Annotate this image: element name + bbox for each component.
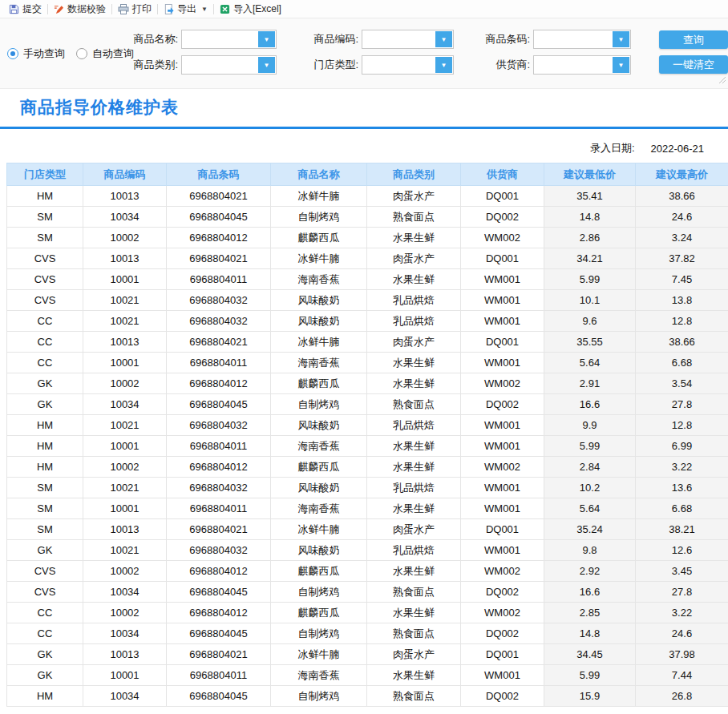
table-cell[interactable]: 14.8 (544, 623, 636, 644)
table-row[interactable]: HM100016968804011海南香蕉水果生鲜WM0015.996.99 (7, 436, 728, 457)
manual-query-label[interactable]: 手动查询 (23, 46, 65, 61)
table-row[interactable]: HM100346968804045自制烤鸡熟食面点DQ00215.926.8 (7, 686, 728, 707)
table-cell[interactable]: 35.41 (544, 186, 636, 207)
table-cell[interactable]: 9.8 (544, 540, 636, 561)
table-row[interactable]: CC100136968804021冰鲜牛腩肉蛋水产DQ00135.5538.66 (7, 332, 728, 353)
table-cell[interactable]: 3.24 (636, 228, 728, 248)
export-button[interactable]: 导出 ▼ (158, 2, 213, 16)
product-name-select[interactable]: ▼ (181, 30, 277, 49)
table-row[interactable]: CC100026968804012麒麟西瓜水果生鲜WM0022.853.22 (7, 603, 728, 623)
table-cell[interactable]: 2.92 (544, 561, 636, 582)
chevron-down-icon[interactable]: ▼ (258, 57, 275, 73)
table-cell[interactable]: 3.54 (636, 373, 728, 394)
chevron-down-icon[interactable]: ▼ (613, 31, 629, 47)
table-row[interactable]: SM100136968804021冰鲜牛腩肉蛋水产DQ00135.2438.21 (7, 519, 728, 540)
chevron-down-icon[interactable]: ▼ (435, 31, 452, 47)
table-cell[interactable]: 35.24 (544, 519, 636, 540)
table-cell[interactable]: 12.8 (636, 311, 728, 332)
submit-button[interactable]: 提交 (3, 2, 47, 16)
table-cell[interactable]: 37.98 (636, 644, 728, 665)
table-cell[interactable]: 34.21 (544, 248, 636, 269)
table-cell[interactable]: 5.64 (544, 353, 636, 373)
table-cell[interactable]: 3.22 (636, 457, 728, 478)
table-cell[interactable]: 5.64 (544, 498, 636, 519)
table-cell[interactable]: 2.91 (544, 373, 636, 394)
table-row[interactable]: SM100016968804011海南香蕉水果生鲜WM0015.646.68 (7, 498, 728, 519)
supplier-select[interactable]: ▼ (533, 55, 631, 75)
table-row[interactable]: CVS100016968804011海南香蕉水果生鲜WM0015.997.45 (7, 269, 728, 290)
table-row[interactable]: CVS100346968804045自制烤鸡熟食面点DQ00216.627.8 (7, 582, 728, 603)
table-row[interactable]: HM100026968804012麒麟西瓜水果生鲜WM0022.843.22 (7, 457, 728, 478)
table-cell[interactable]: 38.66 (636, 332, 728, 353)
print-button[interactable]: 打印 (112, 2, 157, 16)
chevron-down-icon[interactable]: ▼ (258, 31, 275, 47)
table-cell[interactable]: 35.55 (544, 332, 636, 353)
table-cell[interactable]: 2.84 (544, 457, 636, 478)
table-cell[interactable]: 5.99 (544, 269, 636, 290)
table-cell[interactable]: 16.6 (544, 394, 636, 415)
table-cell[interactable]: 15.9 (544, 686, 636, 707)
product-category-input[interactable] (182, 56, 257, 74)
table-cell[interactable]: 7.44 (636, 665, 728, 686)
import-excel-button[interactable]: 导入[Excel] (214, 2, 287, 16)
product-barcode-select[interactable]: ▼ (533, 30, 631, 49)
chevron-down-icon[interactable]: ▼ (613, 57, 629, 73)
store-type-input[interactable] (362, 56, 435, 74)
data-validate-button[interactable]: 数据校验 (48, 2, 111, 16)
table-row[interactable]: HM100216968804032风味酸奶乳品烘焙WM0019.912.8 (7, 415, 728, 436)
table-cell[interactable]: 2.85 (544, 603, 636, 623)
table-row[interactable]: GK100026968804012麒麟西瓜水果生鲜WM0022.913.54 (7, 373, 728, 394)
product-code-select[interactable]: ▼ (362, 30, 454, 49)
table-cell[interactable]: 27.8 (636, 394, 728, 415)
table-cell[interactable]: 24.6 (636, 623, 728, 644)
table-row[interactable]: SM100026968804012麒麟西瓜水果生鲜WM0022.863.24 (7, 228, 728, 248)
table-row[interactable]: GK100346968804045自制烤鸡熟食面点DQ00216.627.8 (7, 394, 728, 415)
table-cell[interactable]: 14.8 (544, 207, 636, 228)
table-row[interactable]: SM100346968804045自制烤鸡熟食面点DQ00214.824.6 (7, 207, 728, 228)
table-cell[interactable]: 12.8 (636, 415, 728, 436)
table-row[interactable]: CVS100026968804012麒麟西瓜水果生鲜WM0022.923.45 (7, 561, 728, 582)
table-cell[interactable]: 6.68 (636, 353, 728, 373)
table-cell[interactable]: 24.6 (636, 207, 728, 228)
table-cell[interactable]: 38.21 (636, 519, 728, 540)
table-cell[interactable]: 7.45 (636, 269, 728, 290)
product-category-select[interactable]: ▼ (181, 55, 277, 75)
table-row[interactable]: CC100016968804011海南香蕉水果生鲜WM0015.646.68 (7, 353, 728, 373)
table-cell[interactable]: 5.99 (544, 436, 636, 457)
table-cell[interactable]: 37.82 (636, 248, 728, 269)
table-row[interactable]: GK100136968804021冰鲜牛腩肉蛋水产DQ00134.4537.98 (7, 644, 728, 665)
table-cell[interactable]: 5.99 (544, 665, 636, 686)
manual-query-radio[interactable] (7, 48, 18, 59)
table-row[interactable]: SM100216968804032风味酸奶乳品烘焙WM00110.213.6 (7, 478, 728, 498)
product-barcode-input[interactable] (534, 30, 612, 48)
table-cell[interactable]: 27.8 (636, 582, 728, 603)
table-row[interactable]: GK100216968804032风味酸奶乳品烘焙WM0019.812.6 (7, 540, 728, 561)
table-cell[interactable]: 10.2 (544, 478, 636, 498)
table-cell[interactable]: 26.8 (636, 686, 728, 707)
table-cell[interactable]: 12.6 (636, 540, 728, 561)
table-row[interactable]: CVS100216968804032风味酸奶乳品烘焙WM00110.113.8 (7, 290, 728, 311)
resize-grip-icon[interactable] (718, 75, 726, 87)
table-cell[interactable]: 6.99 (636, 436, 728, 457)
product-code-input[interactable] (362, 30, 435, 48)
table-cell[interactable]: 38.66 (636, 186, 728, 207)
table-cell[interactable]: 2.86 (544, 228, 636, 248)
table-cell[interactable]: 6.68 (636, 498, 728, 519)
product-name-input[interactable] (182, 30, 257, 48)
table-row[interactable]: CC100346968804045自制烤鸡熟食面点DQ00214.824.6 (7, 623, 728, 644)
table-cell[interactable]: 3.22 (636, 603, 728, 623)
table-row[interactable]: CC100216968804032风味酸奶乳品烘焙WM0019.612.8 (7, 311, 728, 332)
table-cell[interactable]: 3.45 (636, 561, 728, 582)
table-cell[interactable]: 13.8 (636, 290, 728, 311)
store-type-select[interactable]: ▼ (362, 55, 454, 75)
table-cell[interactable]: 9.6 (544, 311, 636, 332)
table-row[interactable]: CVS100136968804021冰鲜牛腩肉蛋水产DQ00134.2137.8… (7, 248, 728, 269)
table-cell[interactable]: 34.45 (544, 644, 636, 665)
table-cell[interactable]: 16.6 (544, 582, 636, 603)
auto-query-radio[interactable] (76, 48, 87, 59)
table-row[interactable]: GK100016968804011海南香蕉水果生鲜WM0015.997.44 (7, 665, 728, 686)
clear-all-button[interactable]: 一键清空 (659, 55, 728, 74)
supplier-input[interactable] (534, 56, 612, 74)
table-row[interactable]: HM100136968804021冰鲜牛腩肉蛋水产DQ00135.4138.66 (7, 186, 728, 207)
query-button[interactable]: 查询 (659, 30, 728, 49)
